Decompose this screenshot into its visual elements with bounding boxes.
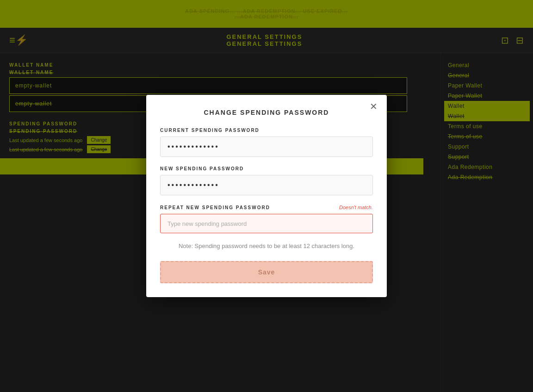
current-password-input[interactable]: [160, 137, 373, 157]
password-note: Note: Spending password needs to be at l…: [160, 243, 373, 249]
repeat-password-label: REPEAT NEW SPENDING PASSWORD: [160, 205, 270, 210]
repeat-password-input[interactable]: [160, 214, 373, 233]
modal-title: CHANGE SPENDING PASSWORD: [160, 109, 373, 116]
change-password-modal: ✕ CHANGE SPENDING PASSWORD CURRENT SPEND…: [146, 95, 387, 297]
modal-overlay: ✕ CHANGE SPENDING PASSWORD CURRENT SPEND…: [0, 0, 533, 392]
save-button[interactable]: Save: [160, 261, 373, 283]
current-password-label: CURRENT SPENDING PASSWORD: [160, 128, 373, 133]
new-password-label: NEW SPENDING PASSWORD: [160, 166, 373, 171]
new-password-input[interactable]: [160, 175, 373, 195]
repeat-password-error: Doesn't match.: [339, 205, 373, 210]
repeat-password-label-row: REPEAT NEW SPENDING PASSWORD Doesn't mat…: [160, 205, 373, 210]
modal-close-button[interactable]: ✕: [370, 102, 378, 111]
